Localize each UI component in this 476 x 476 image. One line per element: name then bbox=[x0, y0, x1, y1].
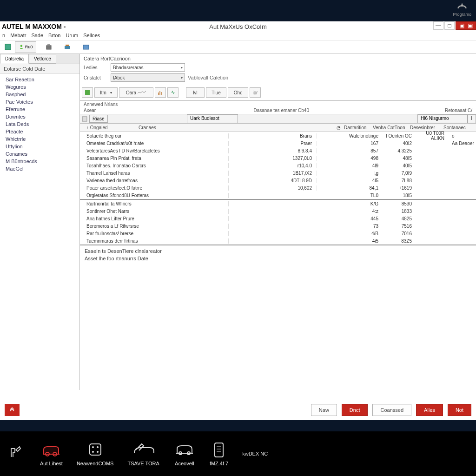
sidebar-item[interactable]: M Büntroecds bbox=[0, 158, 79, 165]
mini-btn[interactable]: Itm▾ bbox=[94, 87, 118, 98]
cristatt-select[interactable]: IAbok▾ bbox=[111, 73, 185, 82]
col-button[interactable]: Riase bbox=[89, 115, 108, 123]
table-row[interactable]: Sotaeile theg ourBransWalelonotingel Oei… bbox=[80, 132, 476, 139]
sidebar-item[interactable]: Basphed bbox=[0, 91, 79, 98]
dock-item[interactable] bbox=[7, 443, 26, 464]
svg-rect-5 bbox=[66, 45, 69, 46]
svg-point-13 bbox=[92, 446, 94, 448]
tool-run-button[interactable]: Ru0 bbox=[15, 41, 36, 53]
mini-btn[interactable]: Ohc bbox=[228, 87, 248, 98]
table-row[interactable]: Rartnonrtal ta WfincrsK/G8530 bbox=[80, 200, 476, 207]
side-label: Vablovall Caletion bbox=[188, 75, 228, 80]
sidebar-tab[interactable]: Datsretia bbox=[0, 54, 29, 64]
col-header[interactable]: Sontanaec bbox=[443, 125, 476, 130]
collapse-button[interactable] bbox=[5, 404, 20, 416]
tool-icon[interactable] bbox=[2, 41, 14, 53]
not-button[interactable]: Not bbox=[448, 404, 471, 416]
mini-btn[interactable]: Oara bbox=[119, 87, 153, 98]
mini-btn[interactable] bbox=[82, 87, 93, 98]
sidebar-item[interactable]: Weguros bbox=[0, 83, 79, 91]
dock-item[interactable]: fMZ.4f 7 bbox=[210, 441, 228, 466]
table-row[interactable]: Sasanarea Pln Prdat. frata1327,0L049848I… bbox=[80, 154, 476, 162]
menu-item[interactable]: Mebatr bbox=[9, 32, 27, 40]
direct-button[interactable]: Dnct bbox=[342, 404, 368, 416]
mini-btn[interactable]: lvl bbox=[186, 87, 205, 98]
sidebar-header: Eolarse Cold Date bbox=[0, 64, 79, 74]
sidebar-item[interactable]: Pteacte bbox=[0, 128, 79, 135]
notes-line: Asset lhe foo rtnanurrs Date bbox=[85, 256, 471, 261]
col-button[interactable]: Hi6 Nisgurmo bbox=[417, 114, 468, 123]
svg-rect-17 bbox=[215, 443, 223, 457]
menu-item[interactable]: Urum bbox=[64, 32, 79, 40]
table-row[interactable]: VeleartaresAes l D Rw/Barelacletes8.9.8,… bbox=[80, 147, 476, 154]
col-header[interactable]: Dantarition bbox=[344, 125, 373, 130]
sidebar-item[interactable]: Conames bbox=[0, 150, 79, 158]
menu-item[interactable]: Brton bbox=[47, 32, 62, 40]
tool-icon[interactable] bbox=[80, 41, 92, 53]
section-title: Catera RortCacrioon bbox=[84, 56, 472, 63]
col-button[interactable]: l bbox=[468, 114, 476, 123]
sidebar-item[interactable]: Sar Reaeton bbox=[0, 76, 79, 83]
dock-item[interactable]: Aut Lihest bbox=[40, 441, 63, 466]
table-row[interactable]: Orgleratas Sfdnod8U ForterasTL018I5 bbox=[80, 192, 476, 199]
svg-rect-11 bbox=[82, 117, 87, 121]
table-row[interactable]: Rar frullrosctas! brerse4/B7016 bbox=[80, 230, 476, 237]
sidebar-item[interactable]: Uttylion bbox=[0, 143, 79, 150]
connected-button[interactable]: Coanssed bbox=[372, 404, 411, 416]
col-header[interactable]: ↑ Ongaled bbox=[80, 125, 139, 130]
svg-rect-4 bbox=[65, 46, 70, 49]
sidebar-item[interactable]: MaeGel bbox=[0, 165, 79, 172]
table-row[interactable]: Sontinrer Ohet Narrs4:z1833 bbox=[80, 207, 476, 215]
mini-btn[interactable]: Tlue bbox=[206, 87, 226, 98]
svg-rect-9 bbox=[159, 91, 160, 95]
notes-panel: EsaeIn ts DesenTiere clnalareator Asset … bbox=[80, 245, 476, 347]
close-button[interactable]: ▣▣ bbox=[456, 21, 476, 30]
dock: Aut Lihest NeawendCOMS TSAVE TORA Aceove… bbox=[0, 431, 476, 476]
mini-btn[interactable]: ior bbox=[250, 87, 261, 98]
maximize-button[interactable]: □ bbox=[444, 21, 455, 30]
table-row[interactable]: Poaer anseitesfeet.O fatrre10,60284,1+16… bbox=[80, 184, 476, 192]
tool-icon[interactable] bbox=[61, 41, 73, 53]
table-row[interactable]: Tosahlhaes. Inonatao Oarcrsr10,4.04l940I… bbox=[80, 162, 476, 169]
svg-point-16 bbox=[97, 451, 99, 453]
sidebar-item[interactable]: Downtes bbox=[0, 113, 79, 120]
minimize-button[interactable]: — bbox=[433, 21, 443, 30]
menu-item[interactable]: n bbox=[1, 32, 7, 40]
footer: Naw Dnct Coanssed Alles Not bbox=[0, 403, 476, 417]
dock-item[interactable]: Aceovell bbox=[173, 441, 196, 466]
menu-item[interactable]: Selloes bbox=[82, 32, 101, 40]
col-header[interactable]: Venha CotTnon bbox=[373, 125, 410, 130]
svg-rect-8 bbox=[158, 93, 159, 95]
leches-select[interactable]: Bhadasreraras▾ bbox=[111, 63, 185, 72]
mini-btn[interactable] bbox=[155, 87, 166, 98]
mini-toolbar: Itm▾ Oara lvl Tlue Ohc ior bbox=[80, 86, 476, 100]
col-header[interactable]: Desesinbrer bbox=[410, 125, 443, 130]
sidebar-item[interactable]: Eferrune bbox=[0, 106, 79, 113]
svg-point-1 bbox=[20, 45, 22, 47]
table-row[interactable]: Ana hatnes Lifter Prure4454825 bbox=[80, 215, 476, 222]
mini-btn[interactable] bbox=[167, 87, 178, 98]
allow-button[interactable]: Alles bbox=[416, 404, 443, 416]
table-row[interactable]: Thamel Lahsel haras1B17,/X2l,g7,0I9 bbox=[80, 169, 476, 177]
svg-point-15 bbox=[92, 451, 94, 453]
col-button[interactable]: Uark Budiesot bbox=[187, 114, 238, 123]
dock-item[interactable]: TSAVE TORA bbox=[127, 441, 159, 466]
table-row[interactable]: Beremeros a Lf Rifwrsrse737516 bbox=[80, 222, 476, 230]
sidebar-item[interactable]: Pae Voietes bbox=[0, 98, 79, 106]
menu-item[interactable]: Sade bbox=[30, 32, 45, 40]
dock-item[interactable]: kwDEX NC bbox=[242, 451, 268, 456]
dock-item[interactable]: NeawendCOMS bbox=[77, 441, 113, 466]
sidebar-item[interactable]: Lata Deds bbox=[0, 120, 79, 128]
titlebar: AUTEL M MAXXOM - Aut MaXxUs OxCoIm — □ ▣… bbox=[0, 21, 476, 32]
tool-icon[interactable] bbox=[43, 41, 55, 53]
col-header[interactable]: Cranaes bbox=[139, 125, 188, 130]
table-row[interactable]: Varienea thed darrefroas4DTL8 9D4l57L88 bbox=[80, 177, 476, 184]
sidebar-tab[interactable]: Vetforce bbox=[29, 54, 56, 64]
window-title: Aut MaXxUs OxCoIm bbox=[209, 23, 267, 30]
svg-rect-7 bbox=[85, 90, 90, 95]
sidebar-item[interactable]: Whictrrle bbox=[0, 135, 79, 143]
table-row[interactable]: Taemnmaras derr firtinas4i583Z5 bbox=[80, 237, 476, 245]
chevron-down-icon: ▾ bbox=[181, 76, 183, 80]
new-button[interactable]: Naw bbox=[311, 404, 337, 416]
toolbar: Ru0 bbox=[0, 40, 476, 54]
